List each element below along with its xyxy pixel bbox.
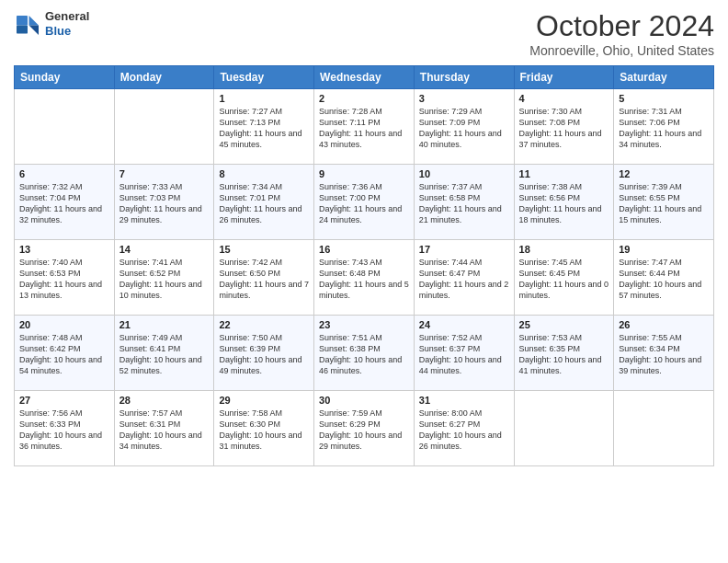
calendar-cell: 20Sunrise: 7:48 AMSunset: 6:42 PMDayligh… — [15, 316, 115, 391]
cell-content: Sunrise: 7:50 AMSunset: 6:39 PMDaylight:… — [219, 332, 309, 377]
week-row-4: 20Sunrise: 7:48 AMSunset: 6:42 PMDayligh… — [15, 316, 714, 391]
day-number: 24 — [419, 319, 509, 330]
day-number: 15 — [219, 244, 309, 255]
day-number: 10 — [419, 168, 509, 179]
cell-content: Sunrise: 7:28 AMSunset: 7:11 PMDaylight:… — [319, 106, 409, 151]
calendar-cell: 16Sunrise: 7:43 AMSunset: 6:48 PMDayligh… — [314, 240, 415, 316]
cell-content: Sunrise: 7:42 AMSunset: 6:50 PMDaylight:… — [219, 257, 309, 302]
calendar-cell: 14Sunrise: 7:41 AMSunset: 6:52 PMDayligh… — [114, 240, 214, 316]
day-number: 12 — [619, 168, 709, 179]
calendar-cell: 31Sunrise: 8:00 AMSunset: 6:27 PMDayligh… — [414, 391, 514, 466]
day-number: 21 — [119, 319, 210, 330]
day-number: 9 — [319, 168, 409, 179]
calendar-cell: 8Sunrise: 7:34 AMSunset: 7:01 PMDaylight… — [214, 165, 314, 240]
weekday-header-sunday: Sunday — [15, 66, 115, 89]
day-number: 7 — [119, 168, 210, 179]
weekday-header-tuesday: Tuesday — [214, 66, 314, 89]
logo: General Blue — [14, 9, 89, 38]
logo-general: General — [45, 9, 89, 23]
cell-content: Sunrise: 7:57 AMSunset: 6:31 PMDaylight:… — [119, 408, 210, 453]
day-number: 25 — [519, 319, 609, 330]
calendar-cell: 28Sunrise: 7:57 AMSunset: 6:31 PMDayligh… — [114, 391, 214, 466]
cell-content: Sunrise: 7:52 AMSunset: 6:37 PMDaylight:… — [419, 332, 509, 377]
calendar-table: SundayMondayTuesdayWednesdayThursdayFrid… — [14, 65, 714, 466]
cell-content: Sunrise: 7:34 AMSunset: 7:01 PMDaylight:… — [219, 181, 309, 226]
day-number: 5 — [619, 93, 709, 104]
calendar-cell: 24Sunrise: 7:52 AMSunset: 6:37 PMDayligh… — [414, 316, 514, 391]
day-number: 27 — [19, 395, 109, 406]
calendar-cell — [514, 391, 614, 466]
cell-content: Sunrise: 7:37 AMSunset: 6:58 PMDaylight:… — [419, 181, 509, 226]
cell-content: Sunrise: 7:38 AMSunset: 6:56 PMDaylight:… — [519, 181, 609, 226]
calendar-cell: 9Sunrise: 7:36 AMSunset: 7:00 PMDaylight… — [314, 165, 415, 240]
day-number: 19 — [619, 244, 709, 255]
weekday-header-monday: Monday — [114, 66, 214, 89]
calendar-cell: 22Sunrise: 7:50 AMSunset: 6:39 PMDayligh… — [214, 316, 314, 391]
cell-content: Sunrise: 7:44 AMSunset: 6:47 PMDaylight:… — [419, 257, 509, 302]
calendar-cell: 23Sunrise: 7:51 AMSunset: 6:38 PMDayligh… — [314, 316, 415, 391]
cell-content: Sunrise: 7:27 AMSunset: 7:13 PMDaylight:… — [219, 106, 309, 151]
day-number: 30 — [319, 395, 409, 406]
weekday-header-friday: Friday — [514, 66, 614, 89]
day-number: 22 — [219, 319, 309, 330]
calendar-cell — [614, 391, 714, 466]
calendar-cell: 4Sunrise: 7:30 AMSunset: 7:08 PMDaylight… — [514, 89, 614, 165]
cell-content: Sunrise: 7:43 AMSunset: 6:48 PMDaylight:… — [319, 257, 409, 302]
page: General Blue October 2024 Monroeville, O… — [0, 0, 728, 563]
calendar-cell: 3Sunrise: 7:29 AMSunset: 7:09 PMDaylight… — [414, 89, 514, 165]
calendar-cell: 2Sunrise: 7:28 AMSunset: 7:11 PMDaylight… — [314, 89, 415, 165]
day-number: 20 — [19, 319, 109, 330]
cell-content: Sunrise: 7:29 AMSunset: 7:09 PMDaylight:… — [419, 106, 509, 151]
weekday-header-saturday: Saturday — [614, 66, 714, 89]
day-number: 6 — [19, 168, 109, 179]
day-number: 11 — [519, 168, 609, 179]
calendar-cell: 11Sunrise: 7:38 AMSunset: 6:56 PMDayligh… — [514, 165, 614, 240]
calendar-cell: 26Sunrise: 7:55 AMSunset: 6:34 PMDayligh… — [614, 316, 714, 391]
calendar-cell: 10Sunrise: 7:37 AMSunset: 6:58 PMDayligh… — [414, 165, 514, 240]
day-number: 17 — [419, 244, 509, 255]
calendar-cell: 19Sunrise: 7:47 AMSunset: 6:44 PMDayligh… — [614, 240, 714, 316]
day-number: 31 — [419, 395, 509, 406]
svg-rect-3 — [17, 16, 28, 26]
cell-content: Sunrise: 7:58 AMSunset: 6:30 PMDaylight:… — [219, 408, 309, 453]
cell-content: Sunrise: 7:59 AMSunset: 6:29 PMDaylight:… — [319, 408, 409, 453]
calendar-cell: 7Sunrise: 7:33 AMSunset: 7:03 PMDaylight… — [114, 165, 214, 240]
calendar-cell: 6Sunrise: 7:32 AMSunset: 7:04 PMDaylight… — [15, 165, 115, 240]
location: Monroeville, Ohio, United States — [529, 43, 714, 58]
day-number: 13 — [19, 244, 109, 255]
cell-content: Sunrise: 7:33 AMSunset: 7:03 PMDaylight:… — [119, 181, 210, 226]
day-number: 26 — [619, 319, 709, 330]
cell-content: Sunrise: 7:32 AMSunset: 7:04 PMDaylight:… — [19, 181, 109, 226]
calendar-cell: 17Sunrise: 7:44 AMSunset: 6:47 PMDayligh… — [414, 240, 514, 316]
cell-content: Sunrise: 7:36 AMSunset: 7:00 PMDaylight:… — [319, 181, 409, 226]
cell-content: Sunrise: 7:31 AMSunset: 7:06 PMDaylight:… — [619, 106, 709, 151]
calendar-cell: 1Sunrise: 7:27 AMSunset: 7:13 PMDaylight… — [214, 89, 314, 165]
cell-content: Sunrise: 7:48 AMSunset: 6:42 PMDaylight:… — [19, 332, 109, 377]
week-row-2: 6Sunrise: 7:32 AMSunset: 7:04 PMDaylight… — [15, 165, 714, 240]
cell-content: Sunrise: 7:53 AMSunset: 6:35 PMDaylight:… — [519, 332, 609, 377]
day-number: 16 — [319, 244, 409, 255]
cell-content: Sunrise: 7:40 AMSunset: 6:53 PMDaylight:… — [19, 257, 109, 302]
calendar-cell: 27Sunrise: 7:56 AMSunset: 6:33 PMDayligh… — [15, 391, 115, 466]
cell-content: Sunrise: 8:00 AMSunset: 6:27 PMDaylight:… — [419, 408, 509, 453]
calendar-cell: 30Sunrise: 7:59 AMSunset: 6:29 PMDayligh… — [314, 391, 415, 466]
calendar-cell: 29Sunrise: 7:58 AMSunset: 6:30 PMDayligh… — [214, 391, 314, 466]
cell-content: Sunrise: 7:49 AMSunset: 6:41 PMDaylight:… — [119, 332, 210, 377]
logo-text: General Blue — [45, 9, 89, 38]
cell-content: Sunrise: 7:30 AMSunset: 7:08 PMDaylight:… — [519, 106, 609, 151]
svg-rect-4 — [17, 25, 28, 33]
week-row-5: 27Sunrise: 7:56 AMSunset: 6:33 PMDayligh… — [15, 391, 714, 466]
calendar-cell: 5Sunrise: 7:31 AMSunset: 7:06 PMDaylight… — [614, 89, 714, 165]
day-number: 4 — [519, 93, 609, 104]
cell-content: Sunrise: 7:41 AMSunset: 6:52 PMDaylight:… — [119, 257, 210, 302]
weekday-header-wednesday: Wednesday — [314, 66, 415, 89]
month-title: October 2024 — [529, 9, 714, 43]
cell-content: Sunrise: 7:55 AMSunset: 6:34 PMDaylight:… — [619, 332, 709, 377]
day-number: 23 — [319, 319, 409, 330]
calendar-cell: 12Sunrise: 7:39 AMSunset: 6:55 PMDayligh… — [614, 165, 714, 240]
day-number: 3 — [419, 93, 509, 104]
weekday-header-row: SundayMondayTuesdayWednesdayThursdayFrid… — [15, 66, 714, 89]
calendar-cell — [15, 89, 115, 165]
cell-content: Sunrise: 7:56 AMSunset: 6:33 PMDaylight:… — [19, 408, 109, 453]
cell-content: Sunrise: 7:47 AMSunset: 6:44 PMDaylight:… — [619, 257, 709, 302]
